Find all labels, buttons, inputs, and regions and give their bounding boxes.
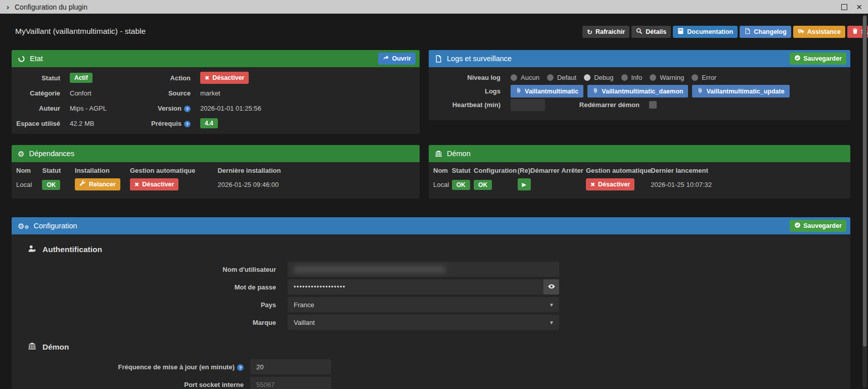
refresh-button-label: Rafraichir: [596, 28, 625, 35]
log-level-label: Debug: [594, 74, 613, 81]
wrench-icon: [79, 180, 86, 188]
radio-icon[interactable]: [547, 74, 554, 81]
help-icon[interactable]: ?: [237, 364, 244, 371]
radio-icon[interactable]: [511, 74, 517, 81]
close-button[interactable]: ×: [856, 2, 862, 12]
log-level-defaut[interactable]: Defaut: [547, 74, 576, 81]
action-label: Action: [133, 74, 191, 82]
daemon-section-header: Démon: [28, 342, 850, 352]
window-title: Configuration du plugin: [15, 3, 87, 11]
frequence-input[interactable]: 20: [250, 359, 331, 374]
maximize-button[interactable]: [841, 4, 847, 10]
password-dots: ••••••••••••••••••: [294, 283, 346, 290]
port-input[interactable]: 55067: [250, 377, 331, 389]
deactivate-plugin-button[interactable]: ✖Désactiver: [200, 72, 249, 84]
pays-select[interactable]: France▼: [288, 297, 559, 312]
dep-statut-badge: OK: [42, 180, 60, 190]
logs-save-label: Sauvegarder: [803, 55, 842, 62]
window-titlebar: › Configuration du plugin ×: [0, 0, 868, 14]
daemon-restart-button[interactable]: ▶: [518, 178, 531, 190]
col-gestion: Gestion automatique: [584, 162, 649, 177]
restart-daemon-label: Redémarrer démon: [576, 101, 639, 109]
marque-value: Vaillant: [294, 319, 315, 326]
col-gestion: Gestion automatique: [128, 162, 216, 177]
auth-section-header: Authentification: [28, 245, 850, 255]
log-level-debug[interactable]: Debug: [584, 74, 613, 81]
categorie-label: Catégorie: [12, 89, 60, 97]
show-password-button[interactable]: [543, 279, 559, 295]
username-input[interactable]: [288, 262, 559, 277]
changelog-button-label: Changelog: [754, 28, 787, 35]
configuration-panel-title: Configuration: [33, 222, 77, 230]
statut-label: Statut: [12, 74, 60, 82]
log-file-vaillantmultimatic[interactable]: Vaillantmultimatic: [511, 85, 583, 98]
log-level-error[interactable]: Error: [692, 74, 716, 81]
logs-save-button[interactable]: Sauvegarder: [790, 53, 846, 65]
col-redemarrer: (Re)Démarrer: [516, 162, 560, 177]
relaunch-dependencies-button[interactable]: Relancer: [75, 178, 120, 190]
vertical-scrollbar[interactable]: [862, 15, 867, 388]
daemon-nom: Local: [429, 177, 450, 194]
password-input[interactable]: ••••••••••••••••••: [288, 279, 543, 295]
refresh-button[interactable]: ↻ Rafraichir: [582, 26, 629, 38]
marque-select[interactable]: Vaillant▼: [288, 315, 559, 330]
radio-icon[interactable]: [621, 74, 628, 81]
table-header-row: Nom Statut Configuration (Re)Démarrer Ar…: [429, 162, 850, 177]
dep-disable-label: Désactiver: [142, 181, 174, 188]
etat-panel: Etat Ouvrir StatutActif Action ✖Désactiv…: [12, 50, 420, 134]
log-file-vaillantmultimatic-daemon[interactable]: Vaillantmultimatic_daemon: [587, 85, 688, 98]
play-icon: ▶: [522, 181, 526, 188]
paperclip-icon: [592, 87, 599, 95]
file-icon: [744, 28, 751, 36]
username-label: Nom d'utilisateur: [12, 266, 276, 273]
daemon-disable-auto-button[interactable]: ✖Désactiver: [586, 178, 634, 190]
log-file-vaillantmultimatic-update[interactable]: Vaillantmultimatic_update: [692, 85, 789, 98]
x-icon: ✖: [205, 75, 209, 81]
password-label: Mot de passe: [12, 283, 276, 291]
details-button[interactable]: Détails: [631, 26, 671, 38]
config-save-button[interactable]: Sauvegarder: [790, 220, 846, 232]
heartbeat-label: Heartbeat (min): [429, 101, 500, 109]
cogs-icon: ⚙⚙: [18, 222, 29, 230]
col-nom: Nom: [429, 162, 450, 177]
heartbeat-input[interactable]: [511, 99, 545, 111]
pays-value: France: [294, 301, 314, 309]
check-circle-icon: [794, 222, 801, 230]
log-level-label: Warning: [660, 74, 684, 81]
plugin-config-window: › Configuration du plugin × MyVaillant (…: [0, 0, 868, 389]
log-level-warning[interactable]: Warning: [650, 74, 684, 81]
log-file-label: Vaillantmultimatic: [525, 88, 578, 95]
bank-icon: [28, 342, 36, 353]
changelog-button[interactable]: Changelog: [740, 26, 791, 38]
documentation-button[interactable]: Documentation: [673, 26, 738, 38]
radio-icon[interactable]: [692, 74, 698, 81]
radio-icon[interactable]: [584, 74, 590, 81]
categorie-value: Confort: [70, 89, 92, 97]
auteur-label: Auteur: [12, 105, 60, 112]
prerequis-badge: 4.4: [200, 118, 218, 128]
port-label: Port socket interne: [12, 381, 244, 388]
restart-daemon-checkbox[interactable]: [649, 101, 657, 109]
version-label: Version?: [133, 105, 191, 112]
open-button[interactable]: Ouvrir: [378, 53, 416, 65]
log-level-aucun[interactable]: Aucun: [511, 74, 539, 81]
dep-disable-auto-button[interactable]: ✖Désactiver: [130, 178, 178, 190]
radio-icon[interactable]: [650, 74, 656, 81]
espace-label: Espace utilisé: [12, 120, 60, 127]
book-icon: [677, 28, 684, 36]
col-statut: Statut: [40, 162, 73, 177]
help-icon[interactable]: ?: [184, 121, 191, 127]
search-icon: [636, 28, 643, 36]
dependances-panel-title: Dépendances: [29, 150, 74, 158]
assistance-button[interactable]: Assistance: [793, 26, 845, 38]
scrollbar-thumb[interactable]: [863, 16, 866, 347]
help-icon[interactable]: ?: [184, 106, 191, 112]
frequence-value: 20: [256, 363, 263, 371]
check-circle-icon: [794, 55, 801, 63]
daemon-stop-cell: [560, 177, 584, 194]
marque-label: Marque: [12, 319, 276, 326]
log-level-info[interactable]: Info: [621, 74, 643, 81]
log-level-label: Info: [631, 74, 643, 81]
daemon-dernier-value: 2026-01-25 10:07:32: [649, 177, 850, 194]
user-gear-icon: [28, 245, 36, 255]
